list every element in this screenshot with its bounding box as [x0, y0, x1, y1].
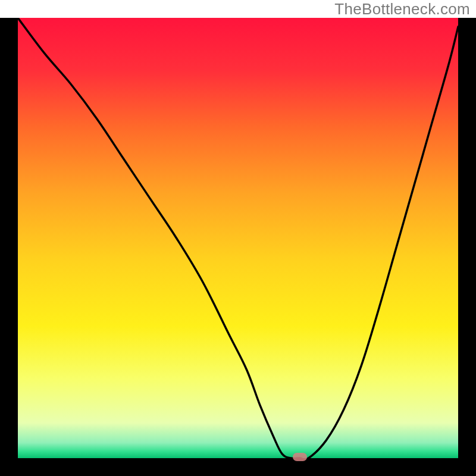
optimum-marker	[293, 453, 307, 461]
frame-left	[0, 18, 18, 476]
plot-svg	[18, 18, 458, 458]
frame-bottom	[0, 458, 476, 476]
plot-area	[18, 18, 458, 458]
frame-right	[458, 18, 476, 476]
gradient-background	[18, 18, 458, 458]
chart-container: TheBottleneck.com	[0, 0, 476, 476]
watermark-text: TheBottleneck.com	[334, 0, 470, 18]
